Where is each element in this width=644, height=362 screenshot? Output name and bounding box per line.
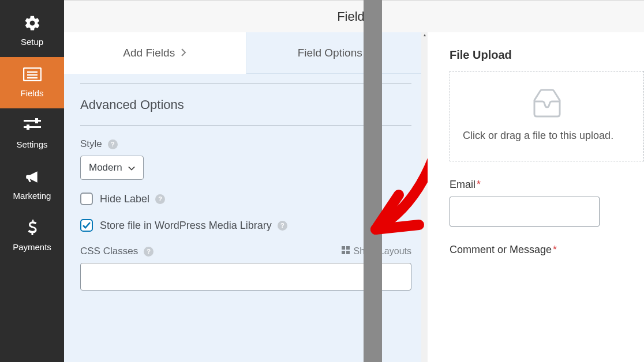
email-label: Email* [450,179,644,191]
file-upload-title: File Upload [450,48,644,62]
help-icon[interactable]: ? [278,221,287,231]
sidebar-item-fields[interactable]: Fields [0,57,64,108]
advanced-options-heading: Advanced Options [80,97,411,112]
page-title: Fields [64,1,644,32]
show-layouts-label: Show Layouts [353,246,411,257]
svg-rect-8 [342,246,345,250]
style-selected-value: Modern [89,162,122,174]
file-drop-zone[interactable]: Click or drag a file to this upload. [450,71,644,161]
tab-field-options[interactable]: Field Options [246,32,428,74]
svg-rect-9 [346,246,350,250]
sidebar-item-label: Marketing [13,191,51,201]
tab-add-fields[interactable]: Add Fields [64,32,246,74]
style-select[interactable]: Modern [80,156,144,180]
svg-rect-7 [27,125,29,130]
sidebar-item-label: Payments [13,242,51,252]
help-icon[interactable]: ? [144,247,153,257]
css-classes-label: CSS Classes ? [80,246,153,257]
sliders-icon [24,116,41,135]
sidebar-item-settings[interactable]: Settings [0,108,64,160]
hide-label-checkbox[interactable] [80,193,93,205]
email-input[interactable] [450,197,600,227]
help-icon[interactable]: ? [108,139,118,149]
scroll-thumb[interactable] [421,39,428,304]
svg-rect-5 [35,118,38,123]
sidebar-item-setup[interactable]: Setup [0,6,64,57]
svg-rect-10 [342,251,345,254]
svg-rect-11 [346,251,350,254]
required-asterisk: * [553,244,557,255]
required-asterisk: * [477,179,481,190]
grid-icon [342,246,350,257]
sidebar-item-payments[interactable]: Payments [0,211,64,262]
gear-icon [24,14,41,32]
hide-label-text: Hide Label [100,193,149,205]
scroll-up-arrow-icon[interactable]: ▴ [421,32,428,39]
main-sidebar: Setup Fields Settings Marketing Payments [0,0,64,362]
editor-scroll-thumb[interactable] [364,0,382,362]
sidebar-item-label: Setup [21,37,43,47]
svg-rect-4 [24,120,41,122]
css-classes-input[interactable] [80,263,411,291]
chevron-down-icon [128,162,135,174]
chevron-right-icon [181,47,186,59]
tab-label: Add Fields [123,47,175,59]
list-icon [23,65,42,84]
store-file-text: Store file in WordPress Media Library [100,220,272,232]
inbox-icon [531,89,563,118]
drop-text: Click or drag a file to this upload. [463,128,631,144]
sidebar-item-marketing[interactable]: Marketing [0,160,64,211]
store-file-checkbox[interactable] [80,219,93,232]
megaphone-icon [24,168,41,186]
style-label: Style ? [80,138,411,150]
sidebar-item-label: Settings [16,139,47,149]
form-preview: File Upload Click or drag a file to this… [428,32,644,362]
help-icon[interactable]: ? [155,194,165,204]
tab-label: Field Options [298,47,362,59]
svg-rect-6 [24,126,41,128]
comment-label: Comment or Message* [450,244,644,256]
dollar-icon [27,219,38,237]
sidebar-item-label: Fields [20,88,43,98]
